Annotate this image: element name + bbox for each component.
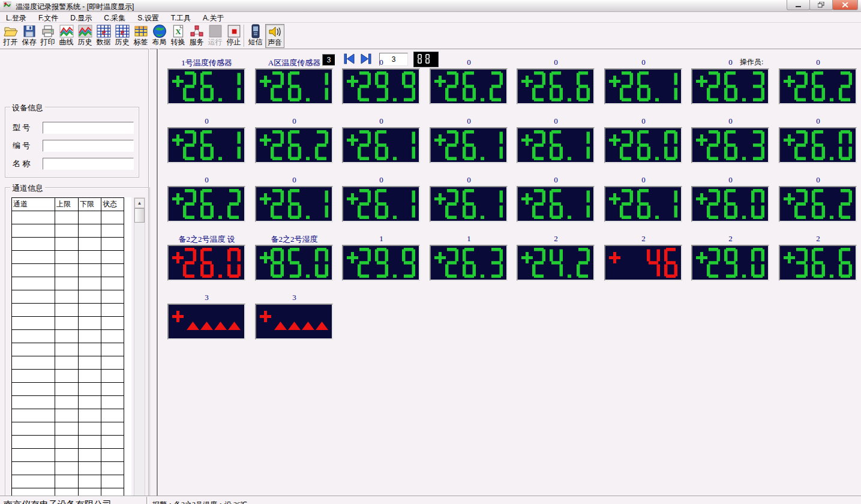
device-info-title: 设备信息	[10, 103, 45, 113]
printer-button[interactable]: 打印	[38, 24, 57, 47]
toolbar-button-label: 打开	[1, 38, 20, 46]
channel-table-cell	[79, 370, 101, 383]
channel-table-row[interactable]	[12, 370, 124, 383]
channel-table-row[interactable]	[12, 224, 124, 238]
network-service-button[interactable]: 服务	[187, 24, 206, 47]
display-label: 1	[430, 234, 508, 244]
open-folder-button[interactable]: 打开	[1, 24, 20, 47]
channel-table-cell	[12, 251, 55, 264]
channel-table-row[interactable]	[12, 317, 124, 330]
device-field-input[interactable]	[43, 140, 134, 152]
channel-table-cell	[79, 304, 101, 317]
channel-table-cell	[12, 238, 55, 251]
display-label: 0	[604, 116, 683, 126]
curve-chart-button[interactable]: 曲线	[57, 24, 76, 47]
led-panel	[691, 245, 769, 281]
led-panel	[255, 304, 333, 340]
channel-table-scrollbar[interactable]: ▲ ▼	[134, 197, 145, 504]
stop-button[interactable]: 停止	[224, 24, 243, 47]
channel-table-cell	[79, 449, 101, 462]
led-panel	[430, 186, 508, 222]
app-icon[interactable]	[3, 1, 11, 10]
history-curve-button[interactable]: 历史	[76, 24, 94, 47]
channel-table-cell	[55, 409, 79, 422]
device-field-row: 名 称	[13, 158, 30, 170]
display-label: 0	[167, 116, 246, 126]
channel-table-row[interactable]	[12, 330, 124, 343]
toolbar-button-label: 曲线	[57, 38, 76, 46]
channel-table-row[interactable]	[12, 383, 124, 396]
globe-button[interactable]: 布局	[150, 24, 169, 47]
channel-table-row[interactable]	[12, 449, 124, 462]
minimize-icon	[796, 2, 802, 8]
device-field-input[interactable]	[43, 122, 134, 134]
menu-bar: L.登录F.文件D.显示C.采集S.设置T.工具A.关于	[0, 12, 861, 23]
led-panel	[255, 127, 333, 163]
channel-table-row[interactable]	[12, 422, 124, 436]
channel-table-row[interactable]	[12, 396, 124, 409]
menu-item-4[interactable]: S.设置	[131, 12, 164, 23]
display-label: 3	[167, 293, 246, 302]
channel-table-cell	[101, 409, 124, 422]
channel-table-cell	[55, 343, 79, 356]
led-panel	[167, 304, 245, 340]
channel-table-row[interactable]	[12, 343, 124, 356]
over-range-triangle-icon	[228, 322, 241, 330]
channel-table-row[interactable]	[12, 356, 124, 370]
save-floppy-button[interactable]: 保存	[20, 24, 38, 47]
status-company-text: 南京仪存电子设备有限公司	[4, 499, 112, 504]
channel-table-row[interactable]	[12, 290, 124, 304]
channel-table-cell	[55, 304, 79, 317]
channel-table-cell	[79, 436, 101, 449]
channel-table-row[interactable]	[12, 264, 124, 277]
toolbar-button-label: 标签	[131, 38, 150, 46]
menu-item-1[interactable]: F.文件	[32, 12, 64, 23]
history-table-button[interactable]: e历史	[113, 24, 131, 47]
minimize-button[interactable]	[787, 0, 810, 10]
restore-button[interactable]	[809, 0, 833, 10]
led-panel	[779, 127, 857, 163]
channel-table-cell	[101, 396, 124, 409]
display-label: 2	[779, 234, 857, 244]
channel-table-row[interactable]	[12, 436, 124, 449]
toolbar-button-label: 保存	[20, 38, 38, 46]
sms-phone-button[interactable]: 短信	[246, 24, 265, 47]
menu-item-2[interactable]: D.显示	[64, 12, 98, 23]
label-table-button[interactable]: 标签	[131, 24, 150, 47]
over-range-triangle-icon	[302, 322, 314, 330]
device-field-input[interactable]	[43, 158, 134, 170]
led-panel	[167, 68, 245, 104]
scroll-up-icon[interactable]: ▲	[134, 198, 145, 208]
led-panel	[430, 127, 508, 163]
svg-text:X: X	[175, 27, 181, 36]
speaker-icon	[266, 25, 284, 39]
channel-table-row[interactable]	[12, 238, 124, 251]
menu-item-5[interactable]: T.工具	[165, 12, 197, 23]
svg-text:e: e	[101, 28, 105, 37]
run-button: 运行	[206, 24, 224, 47]
led-panel	[604, 127, 682, 163]
scrollbar-thumb[interactable]	[134, 208, 145, 223]
data-table-button[interactable]: e数据	[94, 24, 113, 47]
channel-table-row[interactable]	[12, 462, 124, 475]
channel-table-row[interactable]	[12, 277, 124, 290]
channel-table-row[interactable]	[12, 304, 124, 317]
channel-column-header: 上限	[55, 198, 79, 211]
close-button[interactable]	[832, 0, 858, 10]
channel-column-header: 状态	[101, 198, 124, 211]
menu-item-6[interactable]: A.关于	[197, 12, 230, 23]
display-label: 0	[430, 58, 508, 67]
led-panel	[691, 68, 769, 104]
menu-item-0[interactable]: L.登录	[0, 12, 32, 23]
channel-table-row[interactable]	[12, 251, 124, 264]
channel-table-cell	[12, 449, 55, 462]
channel-table-row[interactable]	[12, 211, 124, 224]
led-panel	[517, 245, 595, 281]
channel-table-row[interactable]	[12, 475, 124, 488]
panel-splitter[interactable]	[157, 49, 158, 496]
speaker-button[interactable]: 声音	[265, 24, 284, 48]
menu-item-3[interactable]: C.采集	[98, 12, 131, 23]
channel-table-row[interactable]	[12, 409, 124, 422]
excel-convert-button[interactable]: X转换	[169, 24, 187, 47]
channel-table-cell	[12, 462, 55, 475]
